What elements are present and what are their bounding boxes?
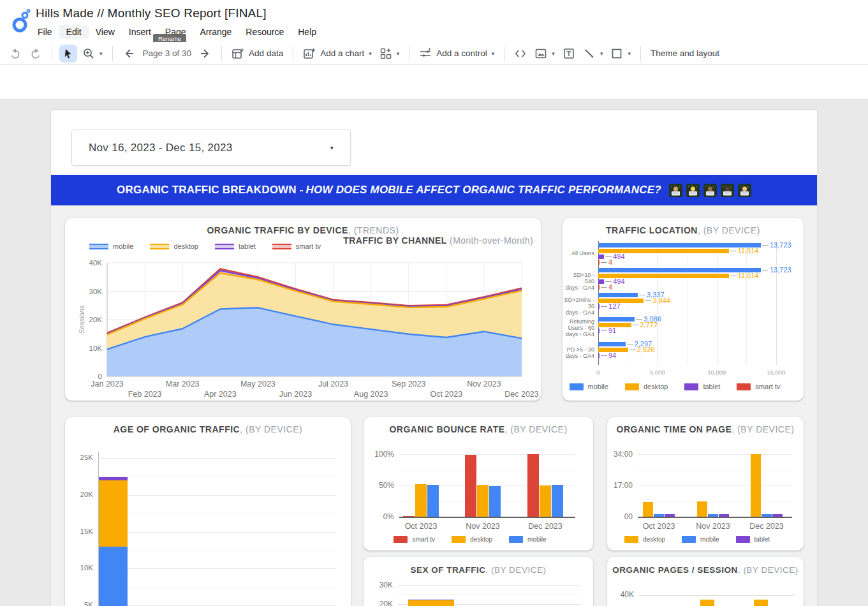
chart-card-organic-time-on-page[interactable]: ORGANIC TIME ON PAGE, (BY DEVICE) 34:001… [607,417,804,551]
y-tick-label: 25K [65,454,93,461]
tablet-bar [598,304,600,309]
chart-card-sex-of-traffic[interactable]: SEX OF TRAFFIC, (BY DEVICE) 30K20K [364,557,593,606]
chart-card-organic-bounce-rate[interactable]: ORGANIC BOUNCE RATE, (BY DEVICE) 100%50%… [364,417,593,551]
legend-label: smart tv [412,536,435,543]
menu-file[interactable]: File [31,25,59,39]
value-label: 494 [613,253,624,260]
menu-arrange[interactable]: Arrange [193,25,239,39]
legend-label: tablet [703,383,720,390]
tablet-swatch [215,244,234,249]
mobile-bar [427,485,439,517]
menu-view[interactable]: View [89,25,122,39]
redo-button[interactable] [26,45,46,63]
y-tick-label: 17:00 [607,481,633,490]
next-page-button[interactable] [195,45,216,63]
chart-card-organic-pages-per-session[interactable]: ORGANIC PAGES / SESSION, (BY DEVICE) 40K [607,557,804,606]
legend-label: desktop [644,383,668,390]
add-chart-label: Add a chart [320,48,364,58]
toolbar-divider [293,46,293,61]
value-label: 3,844 [652,297,670,304]
report-title[interactable]: Hills Made // Monthly SEO Report [FINAL] [36,6,267,20]
toolbar: ▾ Page 3 of 30 Add data Add a chart ▾ ▾ … [0,42,868,65]
legend-item-smart-tv: smart tv [272,242,321,250]
value-label: 2,772 [640,321,658,329]
date-range-control[interactable]: Nov 16, 2023 - Dec 15, 2023 ▾ [71,129,351,166]
value-leader-line [645,300,651,301]
technologist-emoji [738,184,751,197]
x-category-label: Nov 2023 [454,522,511,531]
category-label: ReturningUsers - 60days - GA4 [563,318,594,337]
desktop-bar [598,299,644,303]
legend-label: mobile [588,383,608,390]
y-tick-label: 10K [65,564,93,572]
chart-card-age-of-organic-traffic[interactable]: AGE OF ORGANIC TRAFFIC, (BY DEVICE) 25K2… [65,417,351,606]
shape-button[interactable]: ▾ [607,45,635,63]
value-leader-line [730,276,737,276]
stacked-bar-plot: 30K20K [364,557,593,606]
banner-emoji-row [669,184,751,197]
desktop-swatch [625,383,639,390]
value-leader-line [633,325,639,325]
overlay-chart-title: TRAFFIC BY CHANNEL (Month-over-Month) [343,235,533,246]
selection-tool-button[interactable] [59,45,77,63]
community-visualizations-button[interactable]: ▾ [376,45,404,63]
add-chart-caret-icon: ▾ [369,50,372,57]
category-label: SD<10 - 540days - GA4 [563,272,594,291]
y-tick-label: 20K [364,600,393,606]
banner-italic-text: HOW DOES MOBILE AFFECT ORGANIC TRAFFIC P… [306,184,661,196]
minor-gridline [98,514,336,514]
gridline [638,485,792,486]
image-button[interactable]: ▾ [531,45,559,63]
bar-chart-plot: 34:0017:0000Oct 2023Nov 2023Dec 2023 [607,417,804,551]
section-banner[interactable]: ORGANIC TRAFFIC BREAKDOWN - HOW DOES MOB… [51,175,817,205]
add-control-label: Add a control [436,48,487,58]
legend-item-desktop: desktop [150,242,198,250]
add-control-button[interactable]: Add a control ▾ [415,45,498,63]
gridline [746,241,747,365]
menu-resource[interactable]: Resource [239,25,291,39]
value-label: 4 [608,258,612,266]
previous-page-button[interactable] [119,45,139,63]
text-button[interactable] [559,45,579,63]
app-bar: Hills Made // Monthly SEO Report [FINAL]… [0,0,868,42]
shape-caret-icon: ▾ [628,50,631,57]
legend-label: mobile [113,242,133,250]
mobile-bar [598,243,761,248]
value-label: 4 [608,283,612,291]
mobile-swatch [682,536,696,543]
gridline [776,241,777,365]
gridline [638,454,792,455]
svg-text:30K: 30K [89,288,103,295]
smart tv-bar [465,455,476,517]
looker-studio-logo-icon[interactable] [11,8,31,34]
desktop-bar [643,502,653,517]
undo-button[interactable] [5,45,26,63]
axis-baseline [399,517,575,518]
technologist-emoji [686,184,700,197]
x-category-label: Dec 2023 [517,522,574,531]
add-chart-button[interactable]: Add a chart ▾ [299,45,376,63]
zoom-tool-button[interactable]: ▾ [78,45,107,63]
page-navigation[interactable]: Page 3 of 30 [139,46,196,61]
menu-help[interactable]: Help [291,25,323,39]
add-data-button[interactable]: Add data [228,45,287,63]
legend-label: desktop [470,536,492,543]
legend-label: desktop [643,536,665,543]
tablet-swatch [684,383,698,390]
mobile-bar [489,486,501,517]
minor-gridline [98,587,336,588]
legend-label: smart tv [755,383,780,390]
y-tick-label: 0% [364,512,394,521]
svg-text:40K: 40K [89,259,103,267]
url-embed-button[interactable] [510,45,531,63]
chart-card-organic-traffic-by-device[interactable]: ORGANIC TRAFFIC BY DEVICE, (TRENDS) TRAF… [65,218,541,401]
value-leader-line [601,355,607,356]
legend-item-smart-tv: smart tv [737,383,780,390]
line-button[interactable]: ▾ [579,45,607,63]
theme-and-layout-button[interactable]: Theme and layout [647,46,723,61]
x-category-label: Oct 2023 [630,522,688,531]
chart-card-traffic-location[interactable]: TRAFFIC LOCATION, (BY DEVICE) 05,00010,0… [563,218,804,401]
menu-edit[interactable]: Edit [59,25,89,39]
desktop-segment [99,480,128,547]
x-category-label: Dec 2023 [738,522,795,531]
